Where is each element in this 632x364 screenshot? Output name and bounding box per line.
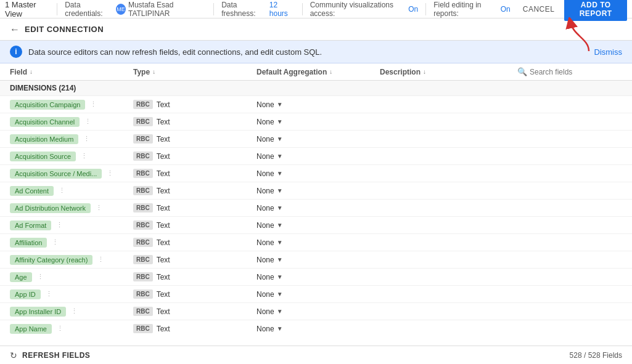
drag-handle-icon[interactable]: ⋮ bbox=[57, 325, 64, 333]
type-cell: RBC Text bbox=[133, 255, 256, 264]
agg-value: None bbox=[256, 135, 274, 144]
agg-dropdown[interactable]: None ▼ bbox=[256, 100, 283, 109]
field-name: App ID bbox=[10, 289, 41, 299]
type-name: Text bbox=[157, 118, 170, 126]
drag-handle-icon[interactable]: ⋮ bbox=[90, 100, 97, 108]
drag-handle-icon[interactable]: ⋮ bbox=[83, 135, 90, 143]
agg-dropdown[interactable]: None ▼ bbox=[256, 118, 283, 126]
type-name: Text bbox=[157, 273, 170, 281]
table-row: Ad Format ⋮ RBC Text None ▼ bbox=[0, 217, 632, 234]
type-badge: RBC bbox=[133, 307, 153, 316]
agg-cell: None ▼ bbox=[256, 325, 380, 333]
agg-value: None bbox=[256, 152, 274, 161]
agg-value: None bbox=[256, 204, 274, 212]
cancel-button[interactable]: CANCEL bbox=[518, 2, 560, 16]
drag-handle-icon[interactable]: ⋮ bbox=[107, 169, 113, 177]
agg-sort-icon[interactable]: ↓ bbox=[329, 68, 332, 75]
search-input[interactable] bbox=[530, 68, 622, 76]
type-badge: RBC bbox=[133, 289, 153, 299]
info-banner: i Data source editors can now refresh fi… bbox=[0, 41, 632, 63]
dropdown-arrow-icon: ▼ bbox=[277, 170, 283, 177]
dropdown-arrow-icon: ▼ bbox=[277, 291, 283, 297]
drag-handle-icon[interactable]: ⋮ bbox=[71, 307, 78, 315]
agg-dropdown[interactable]: None ▼ bbox=[256, 221, 283, 230]
top-bar-actions: CANCEL ADD TO REPORT bbox=[518, 0, 627, 21]
drag-handle-icon[interactable]: ⋮ bbox=[56, 221, 63, 229]
drag-handle-icon[interactable]: ⋮ bbox=[96, 204, 102, 212]
field-sort-icon[interactable]: ↓ bbox=[30, 68, 33, 75]
type-name: Text bbox=[157, 152, 170, 161]
agg-dropdown[interactable]: None ▼ bbox=[256, 256, 283, 264]
dropdown-arrow-icon: ▼ bbox=[277, 153, 283, 160]
desc-sort-icon[interactable]: ↓ bbox=[423, 68, 426, 75]
type-cell: RBC Text bbox=[133, 238, 256, 247]
field-name: Ad Content bbox=[10, 186, 54, 196]
field-cell: Ad Content ⋮ bbox=[10, 186, 133, 196]
type-name: Text bbox=[157, 169, 170, 178]
agg-dropdown[interactable]: None ▼ bbox=[256, 307, 283, 316]
dropdown-arrow-icon: ▼ bbox=[277, 118, 283, 125]
agg-value: None bbox=[256, 256, 274, 264]
table-row: App ID ⋮ RBC Text None ▼ bbox=[0, 286, 632, 303]
agg-value: None bbox=[256, 100, 274, 109]
type-name: Text bbox=[157, 135, 170, 144]
agg-cell: None ▼ bbox=[256, 152, 380, 161]
freshness-item: Data freshness: 12 hours bbox=[221, 1, 295, 18]
agg-dropdown[interactable]: None ▼ bbox=[256, 290, 283, 299]
dropdown-arrow-icon: ▼ bbox=[277, 187, 283, 194]
dropdown-arrow-icon: ▼ bbox=[277, 308, 283, 315]
drag-handle-icon[interactable]: ⋮ bbox=[37, 273, 44, 281]
dismiss-button[interactable]: Dismiss bbox=[594, 47, 623, 57]
type-name: Text bbox=[157, 325, 170, 333]
user-name: Mustafa Esad TATLIPINAR bbox=[128, 1, 206, 18]
search-icon: 🔍 bbox=[517, 67, 527, 76]
type-badge: RBC bbox=[133, 117, 153, 126]
info-icon: i bbox=[10, 46, 22, 58]
agg-cell: None ▼ bbox=[256, 273, 380, 281]
field-cell: App Name ⋮ bbox=[10, 324, 133, 334]
field-cell: Acquisition Campaign ⋮ bbox=[10, 100, 133, 110]
drag-handle-icon[interactable]: ⋮ bbox=[97, 256, 104, 264]
agg-dropdown[interactable]: None ▼ bbox=[256, 325, 283, 333]
agg-value: None bbox=[256, 307, 274, 316]
drag-handle-icon[interactable]: ⋮ bbox=[59, 187, 65, 195]
dropdown-arrow-icon: ▼ bbox=[277, 256, 283, 263]
agg-cell: None ▼ bbox=[256, 169, 380, 178]
drag-handle-icon[interactable]: ⋮ bbox=[81, 152, 88, 160]
field-name: Acquisition Campaign bbox=[10, 100, 85, 110]
dropdown-arrow-icon: ▼ bbox=[277, 204, 283, 211]
back-icon[interactable]: ← bbox=[10, 24, 20, 35]
agg-cell: None ▼ bbox=[256, 204, 380, 212]
field-name: Affiliation bbox=[10, 238, 47, 248]
table-row: Acquisition Channel ⋮ RBC Text None ▼ bbox=[0, 113, 632, 131]
agg-dropdown[interactable]: None ▼ bbox=[256, 152, 283, 161]
add-to-report-button[interactable]: ADD TO REPORT bbox=[564, 0, 627, 21]
desc-column-header: Description ↓ bbox=[380, 68, 517, 76]
dimensions-header: DIMENSIONS (214) bbox=[0, 81, 632, 96]
type-cell: RBC Text bbox=[133, 203, 256, 212]
agg-cell: None ▼ bbox=[256, 100, 380, 109]
type-cell: RBC Text bbox=[133, 289, 256, 299]
type-cell: RBC Text bbox=[133, 307, 256, 316]
type-name: Text bbox=[157, 256, 170, 264]
field-cell: Affinity Category (reach) ⋮ bbox=[10, 255, 133, 265]
divider-1 bbox=[57, 3, 57, 15]
drag-handle-icon[interactable]: ⋮ bbox=[52, 238, 59, 246]
type-column-header: Type ↓ bbox=[133, 68, 256, 76]
field-name: Acquisition Channel bbox=[10, 117, 80, 127]
type-badge: RBC bbox=[133, 203, 153, 212]
drag-handle-icon[interactable]: ⋮ bbox=[46, 290, 52, 298]
agg-dropdown[interactable]: None ▼ bbox=[256, 273, 283, 281]
agg-dropdown[interactable]: None ▼ bbox=[256, 135, 283, 144]
agg-dropdown[interactable]: None ▼ bbox=[256, 169, 283, 178]
type-sort-icon[interactable]: ↓ bbox=[152, 68, 155, 75]
agg-dropdown[interactable]: None ▼ bbox=[256, 187, 283, 195]
type-badge: RBC bbox=[133, 134, 153, 144]
agg-cell: None ▼ bbox=[256, 135, 380, 144]
drag-handle-icon[interactable]: ⋮ bbox=[84, 118, 91, 126]
field-cell: App Installer ID ⋮ bbox=[10, 307, 133, 317]
field-editing-item: Field editing in reports: On bbox=[433, 1, 511, 18]
agg-dropdown[interactable]: None ▼ bbox=[256, 238, 283, 247]
agg-dropdown[interactable]: None ▼ bbox=[256, 204, 283, 212]
table-row: App Installer ID ⋮ RBC Text None ▼ bbox=[0, 303, 632, 320]
